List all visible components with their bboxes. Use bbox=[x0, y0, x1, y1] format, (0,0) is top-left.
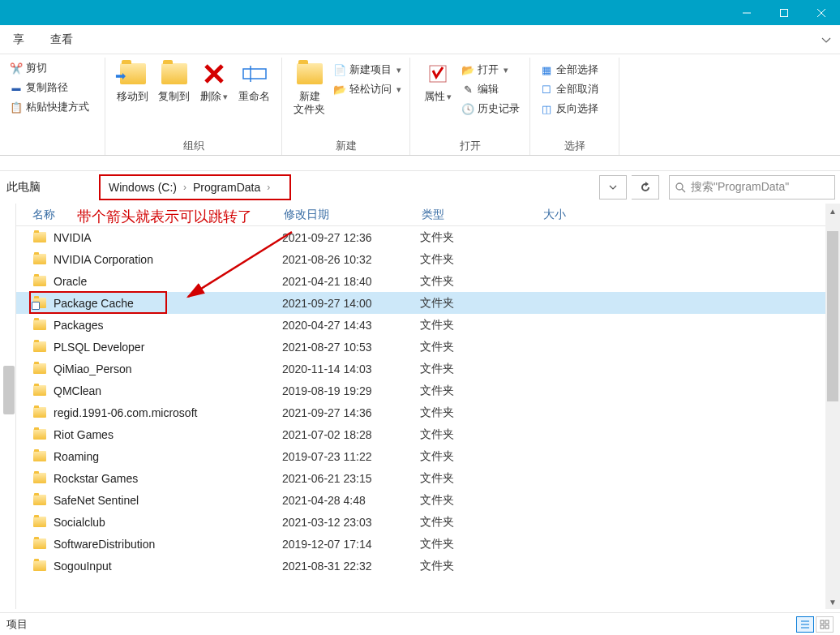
scrollbar-thumb[interactable] bbox=[827, 231, 838, 401]
file-name: SoftwareDistribution bbox=[54, 538, 282, 551]
table-row[interactable]: NVIDIA Corporation2021-08-26 10:32文件夹 bbox=[16, 248, 825, 270]
ribbon-collapse-button[interactable] bbox=[812, 25, 840, 54]
group-label-new: 新建 bbox=[289, 137, 403, 155]
paste-shortcut-icon: 📋 bbox=[10, 101, 23, 114]
copy-path-button[interactable]: ▬复制路径 bbox=[6, 79, 92, 97]
svg-rect-15 bbox=[821, 620, 824, 624]
file-type: 文件夹 bbox=[420, 274, 542, 289]
new-item-button[interactable]: 📄新建项目▾ bbox=[330, 61, 405, 79]
table-row[interactable]: Oracle2021-04-21 18:40文件夹 bbox=[16, 270, 825, 292]
file-type: 文件夹 bbox=[420, 296, 542, 311]
file-date: 2021-04-28 4:48 bbox=[282, 494, 420, 507]
file-name: Roaming bbox=[54, 450, 282, 463]
new-folder-button[interactable]: 新建文件夹 bbox=[289, 59, 330, 117]
properties-icon bbox=[425, 61, 451, 87]
table-row[interactable]: PLSQL Developer2021-08-27 10:53文件夹 bbox=[16, 336, 825, 358]
file-date: 2021-06-21 23:15 bbox=[282, 472, 420, 485]
table-row[interactable]: QiMiao_Person2020-11-14 14:03文件夹 bbox=[16, 358, 825, 380]
folder-icon bbox=[32, 319, 47, 332]
table-row[interactable]: SogouInput2021-08-31 22:32文件夹 bbox=[16, 555, 825, 577]
table-row[interactable]: SafeNet Sentinel2021-04-28 4:48文件夹 bbox=[16, 489, 825, 511]
scroll-up-arrow[interactable]: ▲ bbox=[825, 204, 840, 218]
tab-view[interactable]: 查看 bbox=[37, 25, 86, 54]
status-bar: 项目 bbox=[0, 612, 840, 635]
paste-shortcut-button[interactable]: 📋粘贴快捷方式 bbox=[6, 98, 92, 116]
delete-button[interactable]: 删除▾ bbox=[195, 59, 234, 105]
table-row[interactable]: Packages2020-04-27 14:43文件夹 bbox=[16, 314, 825, 336]
file-name: NVIDIA bbox=[54, 231, 282, 244]
folder-icon bbox=[32, 560, 47, 573]
folder-icon bbox=[32, 275, 47, 288]
breadcrumb-folder[interactable]: ProgramData bbox=[188, 176, 265, 199]
close-button[interactable] bbox=[803, 0, 840, 25]
search-input[interactable]: 搜索"ProgramData" bbox=[669, 175, 835, 200]
tab-share[interactable]: 享 bbox=[0, 25, 37, 54]
table-row[interactable]: Riot Games2021-07-02 18:28文件夹 bbox=[16, 423, 825, 445]
folder-icon bbox=[32, 384, 47, 397]
details-view-button[interactable] bbox=[796, 616, 814, 633]
table-row[interactable]: SoftwareDistribution2019-12-07 17:14文件夹 bbox=[16, 533, 825, 555]
copy-to-button[interactable]: 复制到 bbox=[153, 59, 195, 105]
table-row[interactable]: Roaming2019-07-23 11:22文件夹 bbox=[16, 445, 825, 467]
breadcrumb-drive[interactable]: Windows (C:) bbox=[104, 176, 182, 199]
file-name: regid.1991-06.com.microsoft bbox=[54, 406, 282, 419]
group-label-select: 选择 bbox=[537, 137, 612, 155]
invert-selection-button[interactable]: ◫反向选择 bbox=[537, 100, 602, 118]
file-type: 文件夹 bbox=[420, 427, 542, 442]
annotation-box-breadcrumb: Windows (C:) › ProgramData › bbox=[99, 174, 291, 200]
file-name: QMClean bbox=[54, 384, 282, 397]
file-name: SafeNet Sentinel bbox=[54, 494, 282, 507]
refresh-button[interactable] bbox=[632, 175, 659, 200]
table-row[interactable]: NVIDIA2021-09-27 12:36文件夹 bbox=[16, 226, 825, 248]
table-row[interactable]: Package Cache2021-09-27 14:00文件夹 bbox=[16, 292, 825, 314]
file-type: 文件夹 bbox=[420, 493, 542, 508]
maximize-button[interactable] bbox=[765, 0, 803, 25]
column-name[interactable]: 名称 bbox=[32, 208, 284, 222]
address-history-dropdown[interactable] bbox=[599, 175, 627, 200]
folder-icon bbox=[32, 341, 47, 354]
column-headers: 名称 修改日期 类型 大小 bbox=[16, 204, 825, 226]
table-row[interactable]: Rockstar Games2021-06-21 23:15文件夹 bbox=[16, 467, 825, 489]
select-none-button[interactable]: ☐全部取消 bbox=[537, 80, 602, 98]
file-name: Package Cache bbox=[54, 297, 282, 310]
chevron-right-icon[interactable]: › bbox=[265, 182, 286, 193]
file-type: 文件夹 bbox=[420, 384, 542, 398]
minimize-button[interactable] bbox=[728, 0, 765, 25]
rename-button[interactable]: 重命名 bbox=[234, 59, 275, 105]
breadcrumb-root[interactable]: 此电脑 bbox=[5, 174, 45, 200]
new-folder-icon bbox=[297, 61, 323, 87]
icons-view-button[interactable] bbox=[816, 616, 834, 633]
column-date[interactable]: 修改日期 bbox=[284, 208, 422, 222]
easy-access-icon: 📂 bbox=[333, 83, 346, 96]
move-to-button[interactable]: ➡ 移动到 bbox=[112, 59, 153, 105]
history-button[interactable]: 🕓历史记录 bbox=[458, 100, 523, 118]
chevron-right-icon[interactable]: › bbox=[182, 182, 188, 193]
select-all-button[interactable]: ▦全部选择 bbox=[537, 61, 602, 79]
column-size[interactable]: 大小 bbox=[543, 208, 624, 222]
file-date: 2021-03-12 23:03 bbox=[282, 516, 420, 529]
move-to-icon: ➡ bbox=[120, 61, 146, 87]
column-type[interactable]: 类型 bbox=[422, 208, 543, 222]
table-row[interactable]: regid.1991-06.com.microsoft2021-09-27 14… bbox=[16, 401, 825, 423]
easy-access-button[interactable]: 📂轻松访问▾ bbox=[330, 80, 405, 98]
titlebar bbox=[0, 0, 840, 25]
scroll-down-arrow[interactable]: ▼ bbox=[825, 594, 840, 609]
file-type: 文件夹 bbox=[420, 362, 542, 376]
file-type: 文件夹 bbox=[420, 471, 542, 486]
scrollbar-thumb[interactable] bbox=[3, 366, 15, 414]
search-icon bbox=[675, 182, 686, 193]
vertical-scrollbar[interactable]: ▲ ▼ bbox=[825, 204, 840, 609]
edit-button[interactable]: ✎编辑 bbox=[458, 80, 523, 98]
properties-button[interactable]: 属性▾ bbox=[417, 59, 458, 105]
svg-rect-18 bbox=[825, 625, 829, 629]
file-date: 2021-09-27 14:00 bbox=[282, 297, 420, 310]
open-button[interactable]: 📂打开▾ bbox=[458, 61, 523, 79]
table-row[interactable]: QMClean2019-08-19 19:29文件夹 bbox=[16, 380, 825, 401]
table-row[interactable]: Socialclub2021-03-12 23:03文件夹 bbox=[16, 511, 825, 533]
content-area: 名称 修改日期 类型 大小 NVIDIA2021-09-27 12:36文件夹N… bbox=[0, 204, 840, 609]
copy-to-icon bbox=[161, 61, 187, 87]
cut-button[interactable]: ✂️剪切 bbox=[6, 59, 92, 77]
history-icon: 🕓 bbox=[461, 102, 474, 115]
file-date: 2021-09-27 14:36 bbox=[282, 406, 420, 419]
svg-line-10 bbox=[682, 189, 685, 192]
